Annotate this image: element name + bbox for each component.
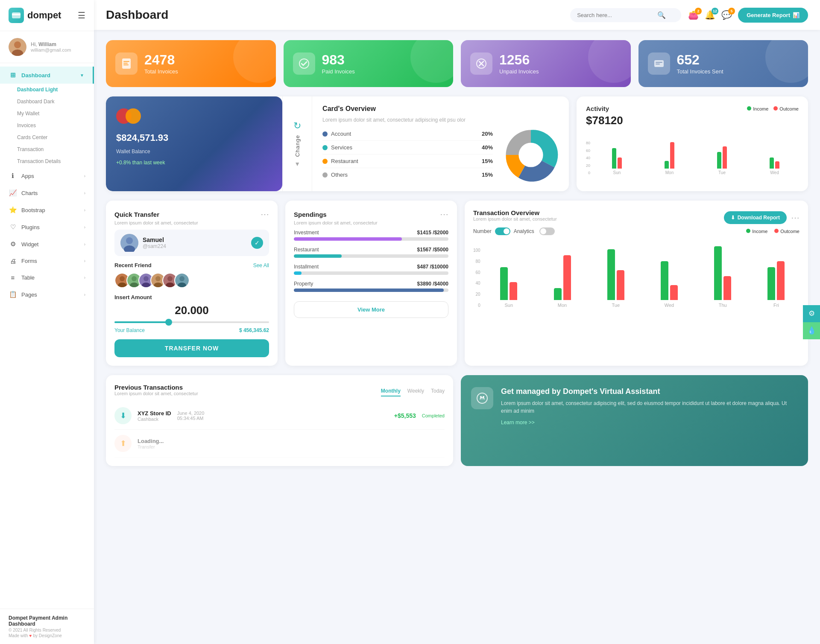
spend-bar [294, 288, 448, 292]
sidebar-item-dashboard-dark[interactable]: Dashboard Dark [17, 96, 94, 108]
dots-menu-icon[interactable]: ⋯ [440, 209, 448, 219]
income-dot [746, 229, 750, 233]
sidebar-item-dashboard-light[interactable]: Dashboard Light [17, 84, 94, 96]
hi-text: Hi, William [31, 41, 71, 47]
bar-income [661, 261, 668, 300]
spending-row: Investment $1415 /$2000 [294, 230, 448, 236]
settings-toolbar-button[interactable]: ⚙ [803, 305, 820, 322]
sidebar-item-transaction-details[interactable]: Transaction Details [17, 155, 94, 167]
bar-group-mon: Mon [645, 139, 694, 175]
activity-title: Activity [586, 105, 609, 112]
wallet-overview-card: $824,571.93 Wallet Balance +0.8% than la… [106, 96, 569, 191]
spendings-list: Investment $1415 /$2000 Restaurant $1567… [294, 230, 448, 292]
bar-group-wed: Wed [646, 245, 692, 308]
number-toggle[interactable] [495, 227, 510, 235]
sidebar-item-cards-center[interactable]: Cards Center [17, 131, 94, 143]
table-icon: ≡ [9, 274, 17, 281]
sidebar-item-widget[interactable]: ⚙ Widget › [0, 236, 94, 253]
bar-income [612, 148, 616, 169]
bar-income [717, 152, 721, 169]
tab-today[interactable]: Today [431, 388, 445, 396]
hamburger-icon[interactable]: ☰ [78, 10, 85, 20]
card-ov-row-restaurant: Restaurant 15% [322, 154, 493, 168]
quick-transfer-desc: Lorem ipsum dolor sit amet, consectetur [114, 220, 269, 225]
footer-title: Dompet Payment Admin Dashboard [9, 615, 85, 627]
theme-toolbar-button[interactable]: 💧 [803, 322, 820, 339]
tx-time: 05:34:45 AM [177, 416, 205, 421]
others-label: Others [331, 172, 478, 178]
dots-menu-icon[interactable]: ⋯ [261, 209, 269, 219]
stat-label: Unpaid Invoices [499, 68, 539, 75]
prev-tx-desc: Lorem ipsum dolor sit amet, consectetur [114, 391, 198, 396]
total-sent-icon [648, 52, 670, 75]
balance-amount: $ 456,345.62 [239, 327, 269, 333]
page-title: Dashboard [106, 8, 563, 22]
generate-report-button[interactable]: Generate Report 📊 [738, 8, 808, 23]
analytics-toggle[interactable] [539, 227, 555, 235]
tx-sub: Transfer [138, 444, 164, 449]
tx-header: Transaction Overview Lorem ipsum dolor s… [473, 209, 800, 226]
footer-made: Made with ♥ by DesignZone [9, 633, 85, 638]
sidebar-item-apps[interactable]: ℹ Apps › [0, 167, 94, 184]
bar-income [665, 161, 669, 169]
wallet-notification[interactable]: 👛 2 [688, 10, 699, 20]
sidebar-item-pages[interactable]: 📋 Pages › [0, 286, 94, 303]
chevron-right-icon: › [84, 275, 85, 280]
sidebar-item-dashboard[interactable]: ⊞ Dashboard ▼ [0, 67, 94, 84]
sidebar-item-charts[interactable]: 📈 Charts › [0, 184, 94, 201]
spending-installment: Installment $487 /$10000 [294, 264, 448, 275]
sidebar-item-transaction[interactable]: Transaction [17, 143, 94, 155]
pages-icon: 📋 [9, 291, 17, 298]
view-more-button[interactable]: View More [294, 301, 448, 318]
friend-avatar-6 [174, 273, 190, 288]
spendings-title: Spendings [294, 211, 327, 218]
apps-icon: ℹ [9, 172, 17, 180]
services-pct: 40% [482, 144, 493, 151]
dots-menu-icon[interactable]: ⋯ [791, 213, 800, 223]
svg-rect-7 [123, 63, 128, 64]
tab-weekly[interactable]: Weekly [407, 388, 424, 396]
see-all-link[interactable]: See All [253, 262, 269, 268]
outcome-dot [774, 229, 779, 233]
sidebar-item-invoices[interactable]: Invoices [17, 119, 94, 131]
slider-fill [114, 321, 169, 323]
svg-point-30 [155, 276, 161, 281]
tx-info: Loading... Transfer [138, 438, 164, 449]
download-report-button[interactable]: ⬇ Download Report [724, 211, 787, 224]
sidebar-item-label: Pages [21, 291, 80, 298]
search-box[interactable]: 🔍 [570, 8, 681, 22]
sidebar-item-bootstrap[interactable]: ⭐ Bootstrap › [0, 201, 94, 219]
chat-notification[interactable]: 💬 5 [721, 10, 732, 20]
search-icon: 🔍 [657, 11, 666, 19]
user-info: Hi, William william@gmail.com [31, 41, 71, 52]
chevron-right-icon: › [84, 174, 85, 178]
slider-thumb[interactable] [165, 319, 172, 326]
spend-label: Property [294, 281, 313, 287]
sidebar-item-plugins[interactable]: ♡ Plugins › [0, 219, 94, 236]
search-input[interactable] [577, 12, 654, 18]
chevron-right-icon: › [84, 259, 85, 263]
restaurant-pct: 15% [482, 158, 493, 164]
bar-group-mon: Mon [539, 245, 586, 308]
change-button[interactable]: ↻ Change ▼ [282, 96, 312, 191]
sidebar-item-forms[interactable]: 🖨 Forms › [0, 253, 94, 269]
income-dot [747, 106, 751, 111]
sidebar-footer: Dompet Payment Admin Dashboard © 2021 Al… [0, 609, 94, 644]
transfer-now-button[interactable]: TRANSFER NOW [114, 339, 269, 357]
bar-income [714, 246, 722, 300]
spend-bar [294, 271, 448, 275]
stat-number: 652 [677, 53, 723, 67]
paid-invoices-icon [293, 52, 315, 75]
sidebar-item-table[interactable]: ≡ Table › [0, 269, 94, 286]
tx-list: ⬇ XYZ Store ID Cashback June 4, 2020 05:… [114, 402, 445, 458]
bell-notification[interactable]: 🔔 12 [705, 10, 715, 20]
va-learn-more-link[interactable]: Learn more >> [501, 420, 535, 425]
sidebar-item-my-wallet[interactable]: My Wallet [17, 108, 94, 119]
stat-cards-row: 2478 Total Invoices 983 Paid Invoices [106, 40, 808, 87]
services-label: Services [331, 144, 478, 151]
tab-monthly[interactable]: Monthly [381, 388, 401, 396]
bar-group-thu: Thu [700, 245, 746, 308]
bar-outcome [617, 270, 624, 300]
amount-slider[interactable] [114, 321, 269, 323]
gear-icon: ⚙ [808, 309, 815, 318]
